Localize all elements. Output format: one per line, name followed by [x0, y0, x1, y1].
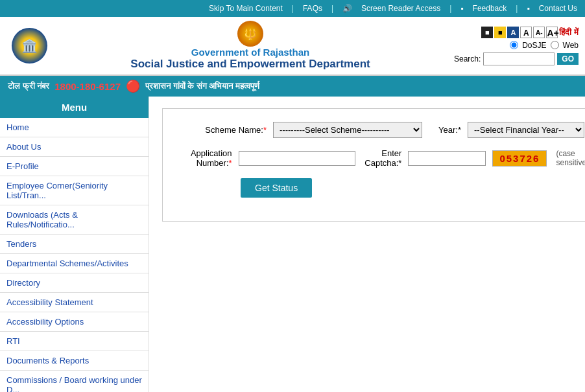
- dept-name: Social Justice and Empowerment Departmen…: [130, 58, 370, 71]
- header-right: ■ ■ A A A- A+ हिंदी में DoSJE Web Search…: [449, 27, 579, 65]
- font-decrease-btn[interactable]: A-: [533, 27, 545, 38]
- sidebar-item-about-us[interactable]: About Us: [0, 137, 149, 157]
- page-header: 🏛️ 🔱 Government of Rajasthan Social Just…: [0, 17, 585, 76]
- sidebar-item-downloads[interactable]: Downloads (Acts & Rules/Notificatio...: [0, 205, 149, 235]
- main-layout: Menu Home About Us E-Profile Employee Co…: [0, 97, 585, 392]
- sidebar-item-e-profile[interactable]: E-Profile: [0, 157, 149, 176]
- font-normal-btn[interactable]: A: [520, 27, 532, 38]
- faqs-link[interactable]: FAQs: [303, 4, 322, 13]
- sidebar-item-rti[interactable]: RTI: [0, 332, 149, 351]
- sidebar-item-directory[interactable]: Directory: [0, 273, 149, 293]
- hindi-link[interactable]: हिंदी में: [559, 27, 579, 38]
- sidebar-item-home[interactable]: Home: [0, 118, 149, 137]
- india-emblem: 🏛️: [12, 28, 47, 63]
- contact-icon: ▪: [527, 4, 529, 13]
- screen-reader-link[interactable]: Screen Reader Access: [361, 4, 440, 13]
- toll-free-label: टोल फ्री नंबर: [8, 81, 49, 91]
- ticker-bar: टोल फ्री नंबर 1800-180-6127 🔴 प्रशासन गा…: [0, 76, 585, 97]
- captcha-input[interactable]: [408, 151, 486, 166]
- theme-dark-btn[interactable]: ■: [481, 27, 493, 38]
- web-radio[interactable]: [551, 41, 559, 49]
- search-input[interactable]: [483, 52, 555, 65]
- ticker-icon: 🔴: [126, 79, 140, 93]
- sidebar-item-accessibility-statement[interactable]: Accessibility Statement: [0, 293, 149, 312]
- captcha-display: 053726: [492, 150, 547, 167]
- dept-emblem: 🔱: [237, 21, 263, 47]
- theme-blue-btn[interactable]: A: [507, 27, 519, 38]
- sidebar-item-employee-corner[interactable]: Employee Corner(Seniority List/Tran...: [0, 176, 149, 205]
- contact-us-link[interactable]: Contact Us: [539, 4, 577, 13]
- captcha-case-note: (case sensitive): [556, 149, 585, 167]
- year-label: Year:*: [429, 125, 461, 135]
- main-content: Scheme Name:* ---------Select Scheme----…: [149, 97, 585, 392]
- search-radio-group: DoSJE Web: [510, 41, 579, 50]
- scheme-year-row: Scheme Name:* ---------Select Scheme----…: [176, 122, 585, 138]
- accessibility-bar: ■ ■ A A A- A+ हिंदी में: [481, 27, 579, 38]
- dosje-radio[interactable]: [510, 41, 518, 49]
- scheme-select[interactable]: ---------Select Scheme----------: [273, 122, 422, 138]
- skip-main-link[interactable]: Skip To Main Content: [209, 4, 283, 13]
- sidebar-item-commissions[interactable]: Commissions / Board working under D...: [0, 371, 149, 392]
- get-status-button[interactable]: Get Status: [241, 178, 312, 198]
- sidebar-item-dept-schemes[interactable]: Departmental Schemes/Activites: [0, 254, 149, 273]
- emblem-left: 🏛️: [6, 28, 52, 63]
- toll-free-number: 1800-180-6127: [54, 81, 121, 92]
- font-increase-btn[interactable]: A+: [546, 27, 558, 38]
- top-navigation: Skip To Main Content | FAQs | 🔊 Screen R…: [0, 0, 585, 17]
- speaker-icon: 🔊: [342, 4, 352, 13]
- search-input-row: Search: GO: [454, 52, 579, 65]
- year-select[interactable]: --Select Financial Year--: [468, 122, 584, 138]
- sidebar: Menu Home About Us E-Profile Employee Co…: [0, 97, 149, 392]
- sidebar-item-accessibility-options[interactable]: Accessibility Options: [0, 312, 149, 332]
- sidebar-header: Menu: [0, 97, 149, 118]
- scheme-label: Scheme Name:*: [176, 125, 267, 135]
- sidebar-item-documents-reports[interactable]: Documents & Reports: [0, 351, 149, 371]
- search-go-button[interactable]: GO: [557, 53, 579, 65]
- captcha-label: Enter Captcha:*: [362, 148, 402, 168]
- search-label: Search:: [454, 54, 481, 63]
- sidebar-item-tenders[interactable]: Tenders: [0, 235, 149, 254]
- feedback-link[interactable]: Feedback: [473, 4, 507, 13]
- org-name: Government of Rajasthan: [191, 47, 310, 58]
- ticker-campaign-text: प्रशासन गांवों के संग अभियान महत्वपूर्ण: [145, 81, 259, 91]
- feedback-icon: ▪: [460, 4, 463, 13]
- status-form: Scheme Name:* ---------Select Scheme----…: [162, 108, 585, 222]
- search-row: DoSJE Web: [510, 41, 579, 50]
- header-center: 🔱 Government of Rajasthan Social Justice…: [52, 21, 449, 71]
- dosje-label: DoSJE: [522, 41, 546, 50]
- submit-row: Get Status: [176, 178, 585, 198]
- appnum-label: Application Number:*: [176, 148, 232, 168]
- web-label: Web: [563, 41, 579, 50]
- application-number-input[interactable]: [239, 151, 355, 166]
- appnum-captcha-row: Application Number:* Enter Captcha:* 053…: [176, 148, 585, 168]
- theme-yellow-btn[interactable]: ■: [494, 27, 506, 38]
